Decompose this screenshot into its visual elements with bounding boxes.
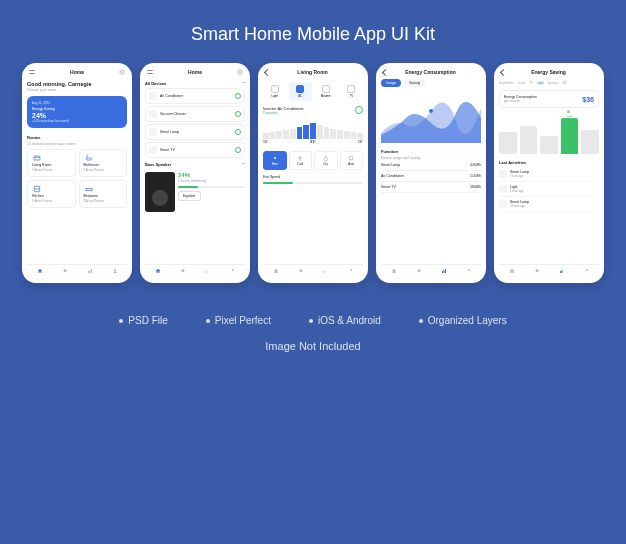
- fan-speed-slider[interactable]: [263, 182, 363, 184]
- device-name: Smart Lamp: [160, 130, 232, 134]
- nav-bulb-icon[interactable]: [62, 268, 68, 274]
- nav-home-icon[interactable]: [37, 268, 43, 274]
- bottom-nav: [499, 264, 599, 277]
- temp-max: 26°: [358, 140, 363, 144]
- svg-rect-16: [324, 271, 325, 273]
- cat-light[interactable]: Light: [263, 82, 287, 101]
- header-title: Home: [70, 69, 84, 75]
- more-icon[interactable]: •••: [242, 162, 245, 167]
- device-row-lamp[interactable]: Smart Lamp: [145, 124, 245, 140]
- room-name: Kitchen: [32, 194, 71, 198]
- mode-label: Dry: [324, 162, 328, 166]
- activity-row[interactable]: Smart Lamp2 hours ago: [499, 197, 599, 212]
- device-name: Vacuum Cleaner: [160, 112, 232, 116]
- svg-point-17: [350, 269, 352, 271]
- nav-profile-icon[interactable]: [230, 268, 236, 274]
- tv-icon: [149, 146, 157, 154]
- tab-speaker[interactable]: Speaker: [548, 81, 559, 85]
- svg-point-9: [114, 269, 116, 271]
- device-name: Smart TV: [160, 148, 232, 152]
- func-row-tv[interactable]: Smart TV50kWh: [381, 182, 481, 193]
- nav-bulb-icon[interactable]: [180, 268, 186, 274]
- svg-point-18: [429, 109, 433, 113]
- cost-value: $36: [582, 96, 594, 103]
- nav-home-icon[interactable]: [273, 268, 279, 274]
- nav-chart-icon[interactable]: [441, 268, 447, 274]
- nav-bulb-icon[interactable]: [298, 268, 304, 274]
- device-row-ac[interactable]: Air Conditioner: [145, 88, 245, 104]
- usage-chart: [381, 93, 481, 143]
- nav-chart-icon[interactable]: [559, 268, 565, 274]
- tab-lamp[interactable]: Lamp: [518, 81, 526, 85]
- function-heading: Function: [381, 149, 398, 154]
- device-row-vacuum[interactable]: Vacuum Cleaner: [145, 106, 245, 122]
- func-row-lamp[interactable]: Smart Lamp42kWh: [381, 160, 481, 171]
- activity-row[interactable]: Smart Lamp1 hour ago: [499, 167, 599, 182]
- nav-profile-icon[interactable]: [112, 268, 118, 274]
- room-sub: 2 Active Devices: [84, 168, 123, 172]
- nav-profile-icon[interactable]: [584, 268, 590, 274]
- chip-saving[interactable]: Saving: [404, 79, 425, 87]
- room-sub: 1 Active Devices: [32, 199, 71, 203]
- temperature-slider[interactable]: 16° 21° 26°: [263, 119, 363, 144]
- nav-home-icon[interactable]: [509, 268, 515, 274]
- room-card-bedroom[interactable]: Bedroom 3 Active Devices: [79, 180, 128, 208]
- nav-bulb-icon[interactable]: [416, 268, 422, 274]
- func-name: Smart Lamp: [381, 163, 400, 167]
- room-sub: 5 Active Devices: [32, 168, 71, 172]
- nav-profile-icon[interactable]: [466, 268, 472, 274]
- svg-rect-4: [86, 188, 92, 190]
- nav-chart-icon[interactable]: [323, 268, 329, 274]
- func-name: Smart TV: [381, 185, 396, 189]
- more-icon[interactable]: •••: [242, 81, 245, 86]
- equalizer-button[interactable]: Equalizer: [178, 191, 201, 201]
- all-devices-heading: All Devices: [145, 81, 166, 86]
- featured-device: 24% 2 hours remaining Equalizer: [145, 172, 245, 212]
- power-toggle[interactable]: [235, 93, 241, 99]
- tab-light[interactable]: Light: [537, 81, 544, 85]
- vacuum-icon: [149, 110, 157, 118]
- nav-chart-icon[interactable]: [205, 268, 211, 274]
- room-card-kitchen[interactable]: Kitchen 1 Active Devices: [27, 180, 76, 208]
- nav-chart-icon[interactable]: [87, 268, 93, 274]
- device-row-tv[interactable]: Smart TV: [145, 142, 245, 158]
- nav-bulb-icon[interactable]: [534, 268, 540, 274]
- nav-home-icon[interactable]: [155, 268, 161, 274]
- svg-point-19: [417, 269, 420, 272]
- back-icon[interactable]: [264, 68, 271, 75]
- back-icon[interactable]: [382, 68, 389, 75]
- power-toggle[interactable]: [235, 129, 241, 135]
- mode-dry[interactable]: Dry: [314, 151, 338, 170]
- svg-point-13: [274, 157, 276, 159]
- room-card-living[interactable]: Living Room 5 Active Devices: [27, 149, 76, 177]
- mode-heat[interactable]: Heat: [263, 151, 287, 170]
- func-row-ac[interactable]: Air Conditioner11kWh: [381, 171, 481, 182]
- tab-tv[interactable]: TV: [529, 81, 533, 85]
- room-card-bathroom[interactable]: Bathroom 2 Active Devices: [79, 149, 128, 177]
- tab-ac[interactable]: AC: [563, 81, 567, 85]
- avatar[interactable]: [119, 69, 125, 75]
- tab-september[interactable]: September: [499, 81, 514, 85]
- mode-label: Auto: [348, 162, 354, 166]
- nav-profile-icon[interactable]: [348, 268, 354, 274]
- power-button[interactable]: [355, 106, 363, 114]
- cat-modem[interactable]: Modem: [314, 82, 338, 101]
- bar: [581, 130, 599, 154]
- chip-usage[interactable]: Usage: [381, 79, 401, 87]
- power-toggle[interactable]: [235, 111, 241, 117]
- power-toggle[interactable]: [235, 147, 241, 153]
- menu-icon[interactable]: [147, 70, 153, 74]
- mode-cool[interactable]: Cool: [289, 151, 313, 170]
- cat-ac[interactable]: AC: [289, 82, 313, 101]
- cat-tv[interactable]: TV: [340, 82, 364, 101]
- avatar[interactable]: [237, 69, 243, 75]
- nav-home-icon[interactable]: [391, 268, 397, 274]
- menu-icon[interactable]: [29, 70, 35, 74]
- energy-saving-card[interactable]: Aug 11, 2022 Energy Saving 24% +12% more…: [27, 96, 127, 128]
- mode-auto[interactable]: Auto: [340, 151, 364, 170]
- back-icon[interactable]: [500, 68, 507, 75]
- card-note: +12% more than last month: [32, 119, 122, 123]
- volume-slider[interactable]: [178, 186, 245, 188]
- fan-speed-label: Fan Speed: [263, 175, 363, 179]
- activity-row[interactable]: Light1 hour ago: [499, 182, 599, 197]
